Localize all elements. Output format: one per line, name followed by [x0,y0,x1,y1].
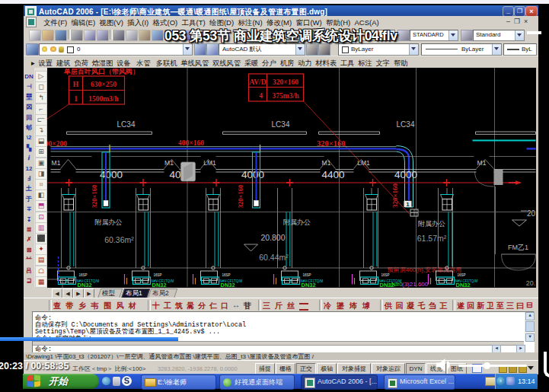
svg-text:630×250: 630×250 [91,81,117,88]
svg-text:预留洞400(h),安装散流器用: 预留洞400(h),安装散流器用 [387,266,461,273]
svg-text:M1: M1 [164,159,174,167]
svg-text:LC34: LC34 [271,120,289,129]
svg-text:DN32: DN32 [455,282,470,288]
svg-text:H: H [72,81,78,88]
svg-text:1500m3/h: 1500m3/h [88,95,119,103]
svg-text:20.7: 20.7 [525,279,535,287]
svg-text:320×160: 320×160 [236,185,244,208]
svg-text:M1: M1 [321,159,330,167]
svg-text:M1: M1 [477,159,486,167]
svg-text:20: 20 [526,209,535,218]
svg-text:400×160: 400×160 [178,139,204,147]
svg-text:16SP: 16SP [302,273,311,277]
svg-text:4400: 4400 [321,169,344,180]
svg-text:320×160: 320×160 [90,185,97,208]
svg-text:16SP: 16SP [457,273,465,277]
svg-text:320×160: 320×160 [317,139,345,148]
svg-text:LC34: LC34 [117,120,135,129]
svg-text:1: 1 [406,201,410,208]
svg-text:20.800: 20.800 [260,233,285,242]
svg-text:LM1: LM1 [203,159,216,167]
svg-text:61.57m²: 61.57m² [417,234,446,243]
svg-text:60.36m²: 60.36m² [104,235,134,244]
svg-text:320×160: 320×160 [273,78,298,86]
svg-text:LM1: LM1 [357,159,370,167]
svg-text:DN32: DN32 [301,282,315,288]
svg-text:320×160: 320×160 [391,183,398,208]
svg-text:FM乙1: FM乙1 [508,244,528,251]
svg-text:DN32: DN32 [379,282,394,288]
svg-text:DN32: DN32 [152,282,166,288]
svg-text:4000: 4000 [99,169,122,180]
svg-text:375m3/h: 375m3/h [272,92,299,100]
svg-text:LC34: LC34 [396,120,414,129]
svg-text:单层百叶风口（带风阀）: 单层百叶风口（带风阀） [63,68,139,75]
svg-text:4: 4 [259,92,263,100]
svg-text:16SP: 16SP [78,273,87,277]
svg-text:60.44m²: 60.44m² [259,253,289,262]
svg-text:附属办公: 附属办公 [283,218,311,226]
svg-text:DN32: DN32 [220,282,235,288]
svg-text:M1: M1 [51,159,60,167]
svg-text:AV/D: AV/D [249,78,266,86]
svg-text:附属办公: 附属办公 [418,220,445,228]
svg-text:DN32: DN32 [77,282,91,288]
svg-text:16SP: 16SP [381,273,389,277]
svg-text:附属办公: 附属办公 [94,218,122,226]
svg-text:4000: 4000 [394,169,417,180]
svg-text:1: 1 [74,95,78,103]
svg-text:16SP: 16SP [153,273,161,277]
svg-text:16SP: 16SP [222,273,230,277]
svg-text:(3)21.600: (3)21.600 [402,281,429,288]
